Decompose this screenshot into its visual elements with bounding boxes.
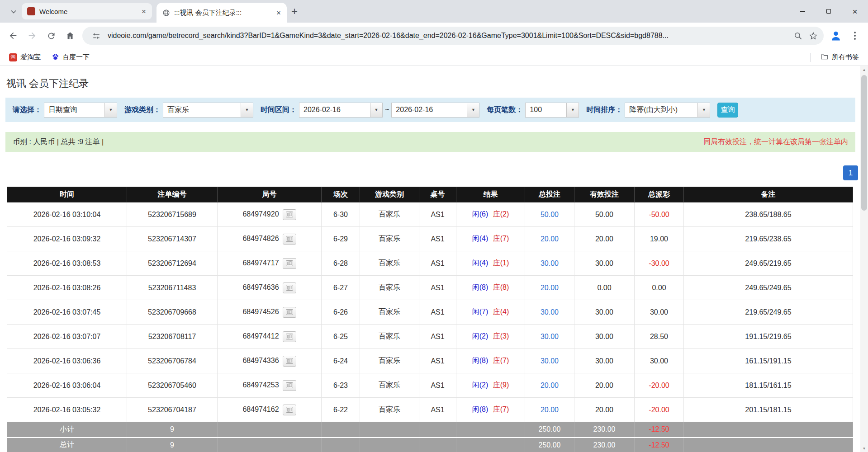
scrollbar-thumb[interactable] xyxy=(861,75,867,211)
cell-round-no: 684974526 xyxy=(218,300,322,325)
date-end-input[interactable]: 2026-02-16 ▼ xyxy=(391,103,479,118)
total-bet-link[interactable]: 30.00 xyxy=(541,308,559,316)
per-page-select[interactable]: 100 ▼ xyxy=(525,103,579,118)
home-button[interactable] xyxy=(61,26,80,45)
bookmark-aitaobao[interactable]: 淘 爱淘宝 xyxy=(5,51,44,63)
total-bet-link[interactable]: 20.00 xyxy=(541,406,559,414)
cell-time: 2026-02-16 03:08:53 xyxy=(7,251,127,276)
chevron-down-icon[interactable]: ▼ xyxy=(697,103,710,117)
minimize-button[interactable] xyxy=(789,0,816,23)
search-button[interactable]: 查询 xyxy=(717,103,738,118)
chevron-down-icon[interactable]: ▼ xyxy=(370,103,382,117)
cell-result: 闲(2) 庄(3) xyxy=(456,325,525,349)
round-image-icon[interactable] xyxy=(283,331,296,342)
close-tab-icon[interactable]: × xyxy=(139,7,148,16)
cell-total-bet: 50.00 xyxy=(525,202,574,227)
browser-toolbar: videoie.com/game/betrecord_search/kind3?… xyxy=(0,23,868,49)
chevron-down-icon[interactable]: ▼ xyxy=(467,103,479,117)
round-image-icon[interactable] xyxy=(283,307,296,318)
total-valid-bet: 230.00 xyxy=(574,438,635,452)
result-player: 闲(6) xyxy=(472,210,489,218)
close-window-button[interactable]: × xyxy=(842,0,868,23)
page-1-button[interactable]: 1 xyxy=(843,165,858,180)
zoom-icon[interactable] xyxy=(790,28,806,43)
cell-result: 闲(8) 庄(8) xyxy=(456,276,525,300)
cell-game: 百家乐 xyxy=(360,202,419,227)
game-type-select[interactable]: 百家乐 ▼ xyxy=(163,103,253,118)
bookmark-star-icon[interactable] xyxy=(806,28,821,43)
scroll-up-icon[interactable]: ▲ xyxy=(860,66,868,73)
cell-payout: 0.00 xyxy=(635,276,684,300)
cell-valid-bet: 30.00 xyxy=(574,251,635,276)
cell-time: 2026-02-16 03:07:07 xyxy=(7,325,127,349)
total-bet-link[interactable]: 30.00 xyxy=(541,357,559,365)
scroll-down-icon[interactable]: ▼ xyxy=(860,445,868,452)
cell-valid-bet: 30.00 xyxy=(574,300,635,325)
chevron-down-icon[interactable]: ▼ xyxy=(566,103,579,117)
total-bet-link[interactable]: 30.00 xyxy=(541,333,559,340)
total-count: 9 xyxy=(127,438,218,452)
cell-bet-no: 523206712694 xyxy=(127,251,218,276)
result-player: 闲(4) xyxy=(472,259,489,267)
round-image-icon[interactable] xyxy=(283,380,296,391)
close-tab-icon[interactable]: × xyxy=(274,8,283,17)
cell-session: 6-26 xyxy=(322,300,360,325)
round-image-icon[interactable] xyxy=(283,209,296,220)
bookmark-baidu[interactable]: 百度一下 xyxy=(48,51,93,64)
cell-note: 219.65/238.65 xyxy=(684,227,853,251)
browser-menu-button[interactable] xyxy=(845,26,864,45)
chevron-down-icon[interactable]: ▼ xyxy=(104,103,117,117)
col-game: 游戏类别 xyxy=(360,187,419,202)
date-start-input[interactable]: 2026-02-16 ▼ xyxy=(299,103,383,118)
round-image-icon[interactable] xyxy=(283,405,296,415)
url-text: videoie.com/game/betrecord_search/kind3?… xyxy=(108,32,787,40)
total-bet-link[interactable]: 20.00 xyxy=(541,381,559,389)
round-image-icon[interactable] xyxy=(283,282,296,293)
cell-result: 闲(8) 庄(7) xyxy=(456,398,525,422)
round-image-icon[interactable] xyxy=(283,356,296,367)
all-bookmarks-button[interactable]: 所有书签 xyxy=(816,51,863,64)
cell-payout: -20.00 xyxy=(635,398,684,422)
cell-bet-no: 523206709668 xyxy=(127,300,218,325)
round-image-icon[interactable] xyxy=(283,258,296,269)
date-mode-select[interactable]: 日期查询 ▼ xyxy=(44,103,117,118)
forward-button[interactable] xyxy=(23,26,42,45)
chevron-down-icon[interactable]: ▼ xyxy=(241,103,253,117)
round-image-icon[interactable] xyxy=(283,234,296,245)
back-button[interactable] xyxy=(4,26,23,45)
cell-valid-bet: 20.00 xyxy=(574,227,635,251)
kebab-menu-icon xyxy=(854,32,856,40)
cell-payout: 19.00 xyxy=(635,227,684,251)
result-player: 闲(8) xyxy=(472,283,489,291)
tab-title: Welcome xyxy=(39,8,135,15)
total-bet-link[interactable]: 20.00 xyxy=(541,284,559,292)
chevron-down-icon xyxy=(11,7,16,15)
result-banker: 庄(7) xyxy=(493,235,509,242)
tab-search-button[interactable] xyxy=(6,4,21,19)
new-tab-button[interactable]: + xyxy=(291,6,298,17)
cell-note: 191.15/219.65 xyxy=(684,325,853,349)
cell-time: 2026-02-16 03:06:36 xyxy=(7,349,127,373)
sort-select[interactable]: 降幂(由大到小) ▼ xyxy=(625,103,710,118)
tab-bet-records[interactable]: :::视讯 会员下注纪录::: × xyxy=(157,3,287,23)
cell-round-no: 684974253 xyxy=(218,373,322,398)
total-bet-link[interactable]: 50.00 xyxy=(541,211,559,218)
table-row: 2026-02-16 03:06:04 523206705460 6849742… xyxy=(7,373,853,398)
subtotal-label: 小计 xyxy=(7,422,127,438)
total-bet-link[interactable]: 30.00 xyxy=(541,259,559,267)
cell-payout: -50.00 xyxy=(635,202,684,227)
refresh-button[interactable] xyxy=(42,26,61,45)
scrollbar[interactable]: ▲ ▼ xyxy=(860,66,868,452)
cell-result: 闲(7) 庄(4) xyxy=(456,300,525,325)
cell-time: 2026-02-16 03:10:04 xyxy=(7,202,127,227)
site-info-icon[interactable] xyxy=(89,28,104,43)
maximize-button[interactable] xyxy=(816,0,842,23)
subtotal-row: 小计 9 250.00 230.00 -12.50 xyxy=(7,422,853,438)
tab-welcome[interactable]: Welcome × xyxy=(22,3,152,19)
url-bar[interactable]: videoie.com/game/betrecord_search/kind3?… xyxy=(82,27,824,45)
cell-time: 2026-02-16 03:07:45 xyxy=(7,300,127,325)
col-session: 场次 xyxy=(322,187,360,202)
total-bet-link[interactable]: 20.00 xyxy=(541,235,559,243)
divider xyxy=(810,53,811,62)
profile-avatar[interactable] xyxy=(826,26,845,45)
